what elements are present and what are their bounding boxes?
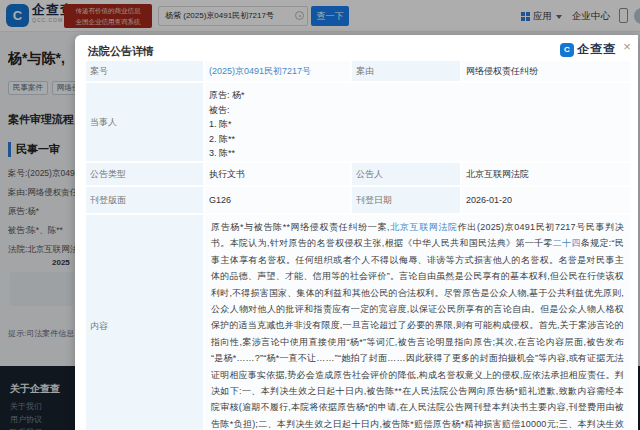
- announcement-content-text: 原告杨*与被告陈**网络侵权责任纠纷一案,北京互联网法院作出(2025)京049…: [211, 219, 624, 430]
- court-announcement-modal: 法院公告详情 C 企查查 × 案号 (2025)京0491民初7217号 案由 …: [75, 35, 638, 430]
- case-number-label: 案号: [86, 61, 203, 81]
- publication-date-label: 刊登日期: [352, 187, 460, 213]
- table-row: 刊登版面 G126 刊登日期 2026-01-20: [86, 187, 630, 213]
- case-number-link[interactable]: (2025)京0491民初7217号: [209, 65, 311, 78]
- table-row: 公告类型 执行文书 公告人 北京互联网法院: [86, 163, 630, 185]
- content-inline-link[interactable]: 北京互联网法院: [390, 222, 458, 232]
- content-text-segment: 条规定:“民事主体享有名誉权。任何组织或者个人不得以侮辱、诽谤等方式损害他人的名…: [211, 238, 624, 430]
- announcer-label: 公告人: [352, 163, 460, 185]
- parties-label: 当事人: [86, 83, 203, 161]
- content-cell: 原告杨*与被告陈**网络侵权责任纠纷一案,北京互联网法院作出(2025)京049…: [205, 215, 630, 430]
- content-label: 内容: [86, 215, 203, 430]
- modal-title: 法院公告详情: [88, 44, 154, 59]
- publication-date-value: 2026-01-20: [462, 187, 630, 213]
- party-line: 被告:: [209, 103, 626, 118]
- table-row: 案号 (2025)京0491民初7217号 案由 网络侵权责任纠纷: [86, 61, 630, 81]
- announcement-type-value: 执行文书: [205, 163, 350, 185]
- publication-page-label: 刊登版面: [86, 187, 203, 213]
- page: C 企查查 QCC.COM 传递有价值的商业信息 全国企业信用查询系统 杨紫 (…: [0, 0, 640, 430]
- qichacha-watermark-text: 企查查: [577, 41, 616, 58]
- announcement-table: 案号 (2025)京0491民初7217号 案由 网络侵权责任纠纷 当事人 原告…: [86, 61, 630, 430]
- table-row: 当事人 原告: 杨*被告:1. 陈*2. 陈**3. 陈**: [86, 83, 630, 161]
- content-inline-link[interactable]: 二十四: [553, 238, 581, 248]
- qichacha-watermark: C 企查查: [560, 41, 616, 58]
- qichacha-watermark-icon: C: [560, 43, 574, 57]
- announcer-value: 北京互联网法院: [462, 163, 630, 185]
- content-text-segment: 原告杨*与被告陈**网络侵权责任纠纷一案,: [211, 222, 390, 232]
- party-line: 3. 陈**: [209, 146, 626, 161]
- cause-value: 网络侵权责任纠纷: [462, 61, 630, 81]
- cause-label: 案由: [352, 61, 460, 81]
- party-line: 1. 陈*: [209, 117, 626, 132]
- party-lines: 原告: 杨*被告:1. 陈*2. 陈**3. 陈**: [205, 83, 630, 161]
- party-line: 原告: 杨*: [209, 88, 626, 103]
- announcement-type-label: 公告类型: [86, 163, 203, 185]
- close-icon[interactable]: ×: [620, 40, 634, 54]
- publication-page-value: G126: [205, 187, 350, 213]
- table-row: 内容 原告杨*与被告陈**网络侵权责任纠纷一案,北京互联网法院作出(2025)京…: [86, 215, 630, 430]
- party-line: 2. 陈**: [209, 132, 626, 147]
- case-number-value: (2025)京0491民初7217号: [205, 61, 350, 81]
